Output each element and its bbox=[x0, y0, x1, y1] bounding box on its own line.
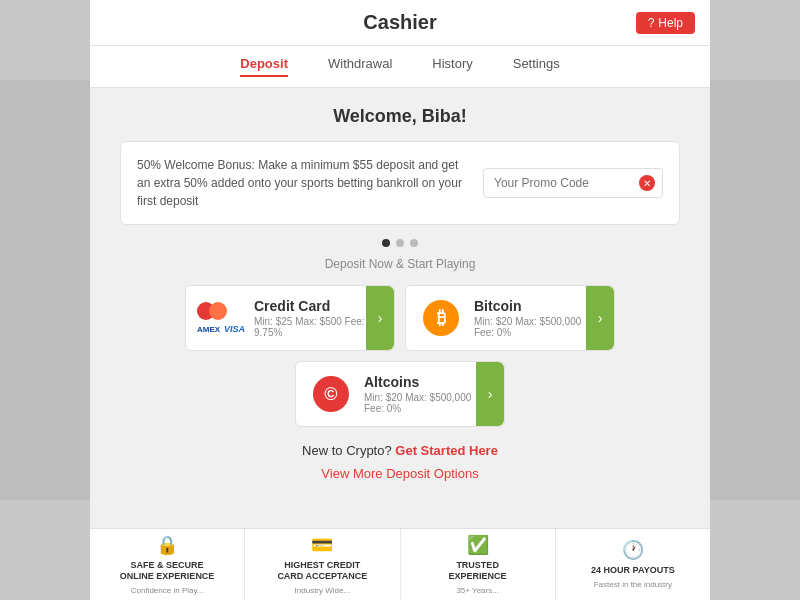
feature-secure: 🔒 SAFE & SECUREONLINE EXPERIENCE Confide… bbox=[90, 529, 245, 600]
credit-icon: 💳 bbox=[311, 534, 333, 556]
amex-label: AMEX bbox=[197, 325, 220, 334]
feature-credit-title: HIGHEST CREDITCARD ACCEPTANCE bbox=[277, 560, 367, 582]
clock-icon: 🕐 bbox=[622, 539, 644, 561]
visa-label: VISA bbox=[224, 324, 245, 334]
payment-card-altcoins[interactable]: © Altcoins Min: $20 Max: $500,000 Fee: 0… bbox=[295, 361, 505, 427]
credit-card-info: Credit Card Min: $25 Max: $500 Fee: 9.75… bbox=[254, 298, 380, 338]
dot-3[interactable] bbox=[410, 239, 418, 247]
feature-payouts: 🕐 24 HOUR PAYOUTS Fastest in the industr… bbox=[556, 529, 710, 600]
tab-settings[interactable]: Settings bbox=[513, 56, 560, 77]
bitcoin-arrow[interactable]: › bbox=[586, 286, 614, 350]
promo-text: 50% Welcome Bonus: Make a minimum $55 de… bbox=[137, 156, 467, 210]
dot-1[interactable] bbox=[382, 239, 390, 247]
feature-trusted-title: TRUSTEDEXPERIENCE bbox=[449, 560, 507, 582]
feature-payouts-title: 24 HOUR PAYOUTS bbox=[591, 565, 675, 576]
altcoin-arrow[interactable]: › bbox=[476, 362, 504, 426]
payment-methods-grid: AMEX VISA Credit Card Min: $25 Max: $500… bbox=[120, 285, 680, 427]
trusted-icon: ✅ bbox=[467, 534, 489, 556]
payment-card-bitcoin[interactable]: ₿ Bitcoin Min: $20 Max: $500,000 Fee: 0%… bbox=[405, 285, 615, 351]
main-container: Cashier ? Help Deposit Withdrawal Histor… bbox=[90, 0, 710, 600]
deposit-subtitle: Deposit Now & Start Playing bbox=[120, 257, 680, 271]
feature-credit-desc: Industry Wide... bbox=[295, 586, 351, 596]
feature-trusted: ✅ TRUSTEDEXPERIENCE 35+ Years... bbox=[401, 529, 556, 600]
credit-card-arrow[interactable]: › bbox=[366, 286, 394, 350]
altcoin-name: Altcoins bbox=[364, 374, 490, 390]
help-icon: ? bbox=[648, 16, 655, 30]
tab-deposit[interactable]: Deposit bbox=[240, 56, 288, 77]
bitcoin-info: Bitcoin Min: $20 Max: $500,000 Fee: 0% bbox=[474, 298, 600, 338]
page-title: Cashier bbox=[363, 11, 436, 34]
promo-clear-button[interactable]: ✕ bbox=[639, 175, 655, 191]
altcoin-info: Altcoins Min: $20 Max: $500,000 Fee: 0% bbox=[364, 374, 490, 414]
bitcoin-icon-wrap: ₿ bbox=[420, 300, 462, 336]
credit-card-details: Min: $25 Max: $500 Fee: 9.75% bbox=[254, 316, 380, 338]
crypto-links-section: New to Crypto? Get Started Here View Mor… bbox=[120, 443, 680, 482]
feature-secure-title: SAFE & SECUREONLINE EXPERIENCE bbox=[120, 560, 215, 582]
mastercard-orange-circle bbox=[209, 302, 227, 320]
credit-card-icon: AMEX VISA bbox=[200, 300, 242, 336]
promo-box: 50% Welcome Bonus: Make a minimum $55 de… bbox=[120, 141, 680, 225]
bitcoin-details: Min: $20 Max: $500,000 Fee: 0% bbox=[474, 316, 600, 338]
altcoin-icon: © bbox=[313, 376, 349, 412]
altcoin-icon-wrap: © bbox=[310, 376, 352, 412]
content-area: Welcome, Biba! 50% Welcome Bonus: Make a… bbox=[90, 88, 710, 595]
feature-secure-desc: Confidence in Play... bbox=[131, 586, 204, 596]
feature-credit: 💳 HIGHEST CREDITCARD ACCEPTANCE Industry… bbox=[245, 529, 400, 600]
help-button[interactable]: ? Help bbox=[636, 12, 695, 34]
lock-icon: 🔒 bbox=[156, 534, 178, 556]
tab-history[interactable]: History bbox=[432, 56, 472, 77]
feature-payouts-desc: Fastest in the industry bbox=[594, 580, 672, 590]
get-started-link[interactable]: Get Started Here bbox=[395, 443, 498, 458]
crypto-new-text: New to Crypto? Get Started Here bbox=[120, 443, 680, 458]
dot-2[interactable] bbox=[396, 239, 404, 247]
promo-input-wrapper: ✕ bbox=[483, 168, 663, 198]
feature-trusted-desc: 35+ Years... bbox=[456, 586, 498, 596]
nav-tabs: Deposit Withdrawal History Settings bbox=[90, 46, 710, 88]
welcome-message: Welcome, Biba! bbox=[120, 106, 680, 127]
header: Cashier ? Help bbox=[90, 0, 710, 46]
altcoin-details: Min: $20 Max: $500,000 Fee: 0% bbox=[364, 392, 490, 414]
credit-card-name: Credit Card bbox=[254, 298, 380, 314]
bitcoin-name: Bitcoin bbox=[474, 298, 600, 314]
payment-card-credit[interactable]: AMEX VISA Credit Card Min: $25 Max: $500… bbox=[185, 285, 395, 351]
promo-code-input[interactable] bbox=[483, 168, 663, 198]
bitcoin-icon: ₿ bbox=[423, 300, 459, 336]
features-bar: 🔒 SAFE & SECUREONLINE EXPERIENCE Confide… bbox=[90, 528, 710, 600]
carousel-dots bbox=[120, 239, 680, 247]
tab-withdrawal[interactable]: Withdrawal bbox=[328, 56, 392, 77]
view-more-link[interactable]: View More Deposit Options bbox=[321, 466, 478, 481]
